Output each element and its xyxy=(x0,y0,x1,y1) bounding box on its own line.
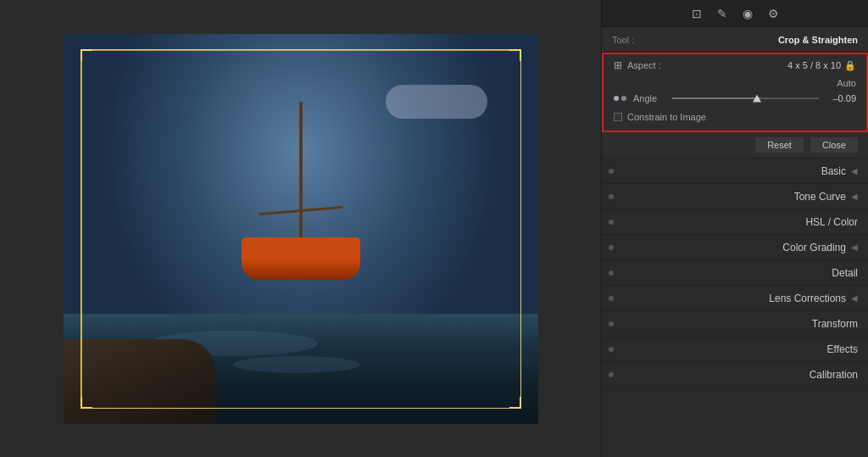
angle-value: –0.09 xyxy=(826,93,856,103)
aspect-row: ⊞ Aspect : 4 x 5 / 8 x 10 🔒 xyxy=(604,54,866,76)
panel-bullet xyxy=(609,372,614,377)
tool-label: Tool : xyxy=(612,35,634,45)
panel-item-lens-corrections[interactable]: Lens Corrections◀ xyxy=(602,286,868,311)
crop-handle-bottomright[interactable] xyxy=(509,397,521,409)
tool-header: Tool : Crop & Straighten xyxy=(602,27,868,53)
right-panel: ⊡ ✎ ◉ ⚙ Tool : Crop & Straighten ⊞ Aspec… xyxy=(601,0,868,457)
panel-label: Color Grading xyxy=(782,242,846,254)
grid-line-h2 xyxy=(81,50,520,51)
constrain-checkbox[interactable] xyxy=(614,113,622,121)
image-area xyxy=(0,0,601,457)
angle-icons xyxy=(614,96,626,101)
reset-button[interactable]: Reset xyxy=(755,137,804,153)
panel-arrow: ◀ xyxy=(851,192,858,201)
panel-bullet xyxy=(609,194,614,199)
panel-arrow: ◀ xyxy=(851,242,858,252)
panel-label: Calibration xyxy=(810,369,858,381)
toolbar: ⊡ ✎ ◉ ⚙ xyxy=(602,0,868,27)
crop-panel: ⊞ Aspect : 4 x 5 / 8 x 10 🔒 Auto Angle –… xyxy=(602,53,868,132)
auto-row: Auto xyxy=(604,76,866,90)
angle-slider-track xyxy=(672,98,760,99)
panel-arrow: ◀ xyxy=(851,293,858,303)
crop-handle-topleft[interactable] xyxy=(81,49,92,61)
panel-bullet xyxy=(609,270,614,276)
panel-label: Effects xyxy=(827,343,858,355)
heal-tool-icon[interactable]: ✎ xyxy=(717,7,727,20)
action-row: Reset Close xyxy=(602,132,868,159)
auto-button[interactable]: Auto xyxy=(837,78,856,88)
crop-tool-icon[interactable]: ⊡ xyxy=(692,7,702,20)
angle-row: Angle –0.09 xyxy=(604,90,866,107)
panel-label: Transform xyxy=(812,318,858,330)
panel-item-calibration[interactable]: Calibration xyxy=(602,362,868,387)
panel-bullet xyxy=(609,220,614,225)
panel-label: HSL / Color xyxy=(805,216,858,228)
panel-item-transform[interactable]: Transform xyxy=(602,311,868,337)
panel-bullet xyxy=(609,347,614,352)
angle-label: Angle xyxy=(633,93,665,103)
aspect-label: Aspect : xyxy=(627,60,661,70)
image-canvas xyxy=(64,34,538,424)
crop-handle-bottomleft[interactable] xyxy=(81,397,92,409)
panel-item-color-grading[interactable]: Color Grading◀ xyxy=(602,235,868,260)
panel-label: Basic xyxy=(821,165,846,177)
lock-icon[interactable]: 🔒 xyxy=(844,60,856,71)
panel-label: Detail xyxy=(832,267,858,279)
panel-bullet xyxy=(609,296,614,301)
aspect-value: 4 x 5 / 8 x 10 xyxy=(787,60,841,70)
redeye-tool-icon[interactable]: ◉ xyxy=(743,7,753,20)
constrain-row: Constrain to Image xyxy=(604,107,866,127)
aspect-icon: ⊞ xyxy=(614,59,622,71)
close-button[interactable]: Close xyxy=(810,137,858,153)
angle-slider-thumb xyxy=(753,95,761,103)
panel-item-tone-curve[interactable]: Tone Curve◀ xyxy=(602,184,868,209)
constrain-label: Constrain to Image xyxy=(627,112,706,122)
grid-line-v2 xyxy=(81,50,82,408)
panel-item-effects[interactable]: Effects xyxy=(602,337,868,362)
crop-handle-topright[interactable] xyxy=(509,49,521,61)
settings-tool-icon[interactable]: ⚙ xyxy=(768,7,779,20)
panel-item-hsl--color[interactable]: HSL / Color xyxy=(602,209,868,235)
angle-slider[interactable] xyxy=(672,98,819,99)
crop-overlay[interactable] xyxy=(81,49,521,409)
angle-dot-1 xyxy=(614,96,619,101)
panel-label: Lens Corrections xyxy=(769,293,846,304)
panel-bullet xyxy=(609,169,614,174)
angle-dot-2 xyxy=(621,96,626,101)
panels-list: Basic◀Tone Curve◀HSL / ColorColor Gradin… xyxy=(602,159,868,457)
panel-bullet xyxy=(609,245,614,250)
panel-item-detail[interactable]: Detail xyxy=(602,260,868,286)
panel-bullet xyxy=(609,321,614,326)
panel-label: Tone Curve xyxy=(794,191,846,203)
panel-item-basic[interactable]: Basic◀ xyxy=(602,159,868,184)
panel-arrow: ◀ xyxy=(851,166,858,176)
tool-value: Crop & Straighten xyxy=(778,35,858,45)
